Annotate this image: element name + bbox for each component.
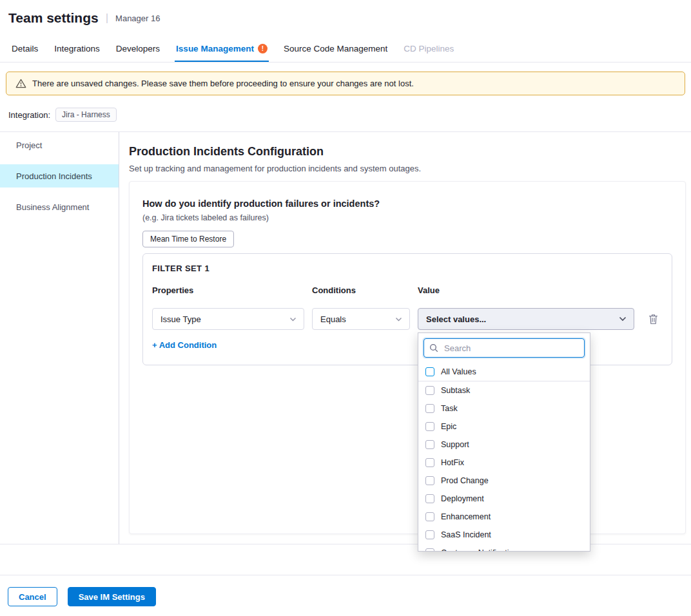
integration-chip: Jira - Harness xyxy=(55,108,117,122)
dropdown-option-customer-notification[interactable]: Customer Notification xyxy=(418,544,590,552)
tab-label: Developers xyxy=(116,44,160,53)
option-label: Subtask xyxy=(441,386,470,395)
option-label: Task xyxy=(441,404,458,413)
column-label-properties: Properties xyxy=(152,285,304,295)
option-label: HotFix xyxy=(441,458,464,467)
property-select-value: Issue Type xyxy=(161,314,201,324)
page-header: Team settings | Manager 16 xyxy=(0,0,691,36)
property-select[interactable]: Issue Type xyxy=(152,308,304,330)
column-label-conditions: Conditions xyxy=(312,285,410,295)
title-divider: | xyxy=(106,12,108,24)
dropdown-option-deployment[interactable]: Deployment xyxy=(418,490,590,508)
team-settings-page: Team settings | Manager 16 Details Integ… xyxy=(0,0,691,616)
sidebar-item-label: Production Incidents xyxy=(16,171,92,181)
condition-select-value: Equals xyxy=(320,314,346,324)
option-label: Prod Change xyxy=(441,476,489,485)
value-multiselect[interactable]: Select values... xyxy=(418,308,634,330)
option-label: SaaS Incident xyxy=(441,530,491,539)
column-label-value: Value xyxy=(418,285,634,295)
dropdown-option-hotfix[interactable]: HotFix xyxy=(418,454,590,472)
settings-tab-bar: Details Integrations Developers Issue Ma… xyxy=(0,36,691,63)
option-checkbox[interactable] xyxy=(425,440,434,449)
tab-cd-pipelines: CD Pipelines xyxy=(402,36,455,62)
value-select-placeholder: Select values... xyxy=(426,314,486,324)
section-subtitle: Set up tracking and management for produ… xyxy=(129,164,686,173)
section-title: Production Incidents Configuration xyxy=(129,145,686,159)
chevron-down-icon xyxy=(395,317,402,322)
option-label: Customer Notification xyxy=(441,548,518,552)
dropdown-option-prod-change[interactable]: Prod Change xyxy=(418,472,590,490)
option-checkbox[interactable] xyxy=(425,548,434,552)
option-checkbox[interactable] xyxy=(425,530,434,539)
tab-developers[interactable]: Developers xyxy=(115,36,161,62)
option-checkbox[interactable] xyxy=(425,458,434,467)
tab-issue-management[interactable]: Issue Management ! xyxy=(175,36,269,62)
dropdown-option-epic[interactable]: Epic xyxy=(418,418,590,436)
sidebar-item-project[interactable]: Project xyxy=(0,133,119,157)
select-all-label: All Values xyxy=(441,367,476,376)
filter-set-1: FILTER SET 1 Properties Conditions Value… xyxy=(142,253,672,365)
trash-icon xyxy=(648,314,658,325)
dropdown-search-box xyxy=(423,338,585,358)
tab-label: Integrations xyxy=(54,44,100,53)
sidebar-item-label: Business Alignment xyxy=(16,202,89,212)
dropdown-option-support[interactable]: Support xyxy=(418,436,590,454)
tab-label: Source Code Management xyxy=(284,44,387,53)
team-name: Manager 16 xyxy=(115,14,160,23)
option-checkbox[interactable] xyxy=(425,476,434,485)
option-label: Enhancement xyxy=(441,512,491,521)
select-all-checkbox[interactable] xyxy=(425,367,434,376)
incidents-config-card: How do you identify production failures … xyxy=(129,181,686,534)
option-label: Epic xyxy=(441,422,456,431)
option-checkbox[interactable] xyxy=(425,422,434,431)
tab-label: CD Pipelines xyxy=(404,44,454,53)
settings-body: Project Production Incidents Business Al… xyxy=(0,131,691,544)
chevron-down-icon xyxy=(619,316,627,322)
cancel-button[interactable]: Cancel xyxy=(8,587,57,606)
option-checkbox[interactable] xyxy=(425,386,434,395)
page-title: Team settings xyxy=(8,10,99,26)
option-label: Support xyxy=(441,440,469,449)
im-settings-sidebar: Project Production Incidents Business Al… xyxy=(0,132,119,544)
select-all-option[interactable]: All Values xyxy=(418,363,590,381)
option-checkbox[interactable] xyxy=(425,512,434,521)
dropdown-option-saas-incident[interactable]: SaaS Incident xyxy=(418,526,590,544)
dropdown-option-subtask[interactable]: Subtask xyxy=(418,381,590,399)
dropdown-option-task[interactable]: Task xyxy=(418,399,590,418)
sidebar-item-label: Project xyxy=(16,140,42,150)
dropdown-option-enhancement[interactable]: Enhancement xyxy=(418,508,590,526)
tab-label: Issue Management xyxy=(176,44,254,53)
filter-set-title: FILTER SET 1 xyxy=(152,264,663,273)
tab-source-code-management[interactable]: Source Code Management xyxy=(282,36,389,62)
option-checkbox[interactable] xyxy=(425,494,434,503)
sidebar-item-production-incidents[interactable]: Production Incidents xyxy=(0,164,119,188)
dropdown-search-input[interactable] xyxy=(443,343,579,354)
add-condition-button[interactable]: + Add Condition xyxy=(152,340,217,350)
condition-select[interactable]: Equals xyxy=(312,308,410,330)
chevron-down-icon xyxy=(289,317,297,322)
sidebar-item-business-alignment[interactable]: Business Alignment xyxy=(0,195,119,218)
option-label: Deployment xyxy=(441,494,484,503)
option-checkbox[interactable] xyxy=(425,404,434,413)
save-im-settings-button[interactable]: Save IM Settings xyxy=(68,587,156,606)
tab-integrations[interactable]: Integrations xyxy=(53,36,101,62)
metric-chip-mttr[interactable]: Mean Time to Restore xyxy=(142,231,234,247)
tab-label: Details xyxy=(12,44,38,53)
delete-filter-row-button[interactable] xyxy=(647,313,659,326)
page-footer: Cancel Save IM Settings xyxy=(0,575,691,616)
value-options-dropdown: All Values Subtask Task xyxy=(418,332,590,552)
unsaved-changes-banner: There are unsaved changes. Please save t… xyxy=(6,72,685,95)
tab-details[interactable]: Details xyxy=(10,36,39,62)
question-heading: How do you identify production failures … xyxy=(142,198,672,209)
integration-label: Integration: xyxy=(8,110,50,120)
banner-message: There are unsaved changes. Please save t… xyxy=(32,79,414,88)
warning-icon xyxy=(15,79,26,88)
value-select-cell: Select values... xyxy=(418,308,634,330)
unsaved-warning-badge: ! xyxy=(258,44,268,53)
integration-row: Integration: Jira - Harness xyxy=(0,95,691,131)
question-hint: (e.g. Jira tickets labeled as failures) xyxy=(142,213,672,222)
filter-grid: Properties Conditions Value Issue Type E… xyxy=(152,285,663,330)
search-icon xyxy=(429,343,438,352)
production-incidents-content: Production Incidents Configuration Set u… xyxy=(119,132,691,544)
